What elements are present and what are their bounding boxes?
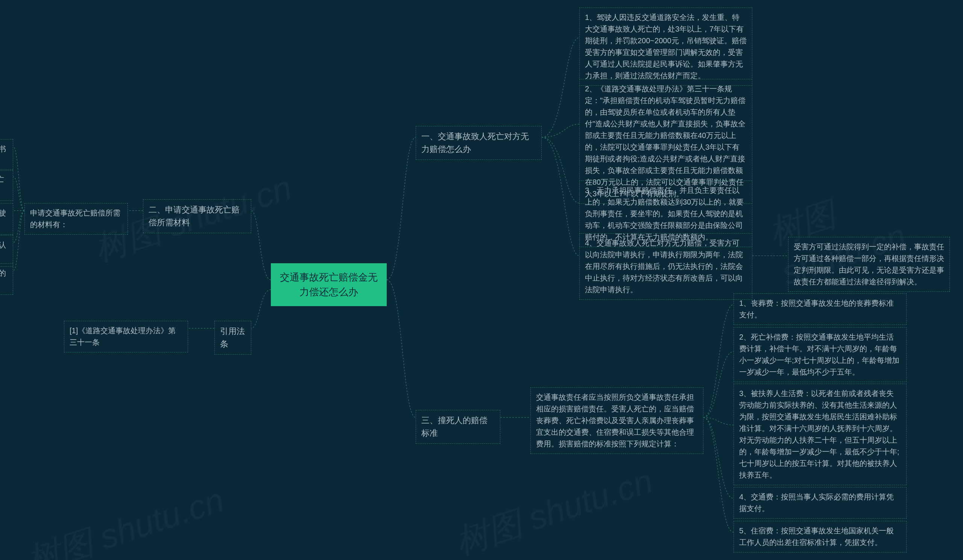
branch-4[interactable]: 引用法条 (214, 321, 251, 354)
mindmap-canvas: 树图 shutu.cn 树图 shutu.cn 树图 shutu.cn 树图 s… (0, 0, 963, 560)
b2-intro[interactable]: 申请交通事故死亡赔偿所需的材料有： (24, 203, 128, 235)
branch-1[interactable]: 一、交通事故致人死亡对方无力赔偿怎么办 (416, 126, 542, 160)
b1-extra[interactable]: 受害方可通过法院得到一定的补偿，事故责任方可通过各种赔偿一部分，再根据责任情形决… (788, 237, 950, 292)
b2-item-2[interactable]: 2、死亡证明； (0, 169, 13, 201)
b2-item-2-text: 2、死亡证明； (0, 175, 4, 195)
b3-intro-text: 交通事故责任者应当按照所负交通事故责任承担相应的损害赔偿责任。受害人死亡的，应当… (536, 393, 694, 448)
b1-item-4[interactable]: 4、交通事故致人死亡对方无力赔偿，受害方可以向法院申请执行，申请执行期限为两年，… (579, 233, 752, 300)
b3-item-1[interactable]: 1、丧葬费：按照交通事故发生地的丧葬费标准支付。 (734, 293, 906, 325)
b2-item-4[interactable]: 4、事故责任认定书； (0, 235, 13, 267)
b2-item-5[interactable]: 5、赔偿依据的材料。 (0, 263, 13, 295)
b1-item-4-text: 4、交通事故致人死亡对方无力赔偿，受害方可以向法院申请执行，申请执行期限为两年，… (585, 239, 743, 294)
b1-extra-text: 受害方可通过法院得到一定的补偿，事故责任方可通过各种赔偿一部分，再根据责任情形决… (794, 243, 944, 286)
b1-item-1-text: 1、驾驶人因违反交通道路安全法，发生重、特大交通事故致人死亡的，处3年以上，7年… (585, 13, 747, 80)
branch-2[interactable]: 二、申请交通事故死亡赔偿所需材料 (143, 199, 251, 233)
b2-item-1[interactable]: 1、机动车辆保险索赔申请书及赔款收据； (0, 139, 13, 171)
b3-item-4-text: 4、交通费：按照当事人实际必需的费用计算凭据支付。 (739, 493, 894, 513)
root-label: 交通事故死亡赔偿金无力偿还怎么办 (280, 272, 378, 298)
b2-item-3[interactable]: 3、保险单正本、行驶证、驾驶证复印件； (0, 203, 13, 235)
b3-item-3-text: 3、被扶养人生活费：以死者生前或者残者丧失劳动能力前实际扶养的、没有其他生活来源… (739, 389, 900, 479)
b2-item-1-text: 1、机动车辆保险索赔申请书及赔款收据； (0, 145, 6, 165)
branch-1-label: 一、交通事故致人死亡对方无力赔偿怎么办 (421, 132, 529, 154)
b2-item-3-text: 3、保险单正本、行驶证、驾驶证复印件； (0, 209, 6, 229)
b3-intro[interactable]: 交通事故责任者应当按照所负交通事故责任承担相应的损害赔偿责任。受害人死亡的，应当… (530, 387, 704, 454)
b3-item-2[interactable]: 2、死亡补偿费：按照交通事故发生地平均生活费计算，补偿十年。对不满十六周岁的，年… (734, 327, 906, 382)
root-node[interactable]: 交通事故死亡赔偿金无力偿还怎么办 (271, 263, 387, 306)
b3-item-5[interactable]: 5、住宿费：按照交通事故发生地国家机关一般工作人员的出差住宿标准计算，凭据支付。 (734, 521, 906, 552)
watermark: 树图 shutu.cn (20, 477, 229, 560)
branch-3[interactable]: 三、撞死人的赔偿标准 (416, 410, 500, 444)
b3-item-5-text: 5、住宿费：按照交通事故发生地国家机关一般工作人员的出差住宿标准计算，凭据支付。 (739, 526, 894, 547)
b2-intro-text: 申请交通事故死亡赔偿所需的材料有： (30, 209, 120, 229)
watermark: 树图 shutu.cn (449, 458, 658, 560)
b2-item-5-text: 5、赔偿依据的材料。 (0, 269, 6, 289)
b4-item-1[interactable]: [1]《道路交通事故处理办法》第三十一条 (64, 321, 188, 353)
b3-item-3[interactable]: 3、被扶养人生活费：以死者生前或者残者丧失劳动能力前实际扶养的、没有其他生活来源… (734, 384, 906, 485)
b2-item-4-text: 4、事故责任认定书； (0, 241, 6, 261)
branch-2-label: 二、申请交通事故死亡赔偿所需材料 (149, 205, 240, 227)
b3-item-4[interactable]: 4、交通费：按照当事人实际必需的费用计算凭据支付。 (734, 487, 906, 519)
b1-item-1[interactable]: 1、驾驶人因违反交通道路安全法，发生重、特大交通事故致人死亡的，处3年以上，7年… (579, 8, 752, 86)
b3-item-1-text: 1、丧葬费：按照交通事故发生地的丧葬费标准支付。 (739, 299, 894, 319)
branch-4-label: 引用法条 (220, 327, 245, 349)
b3-item-2-text: 2、死亡补偿费：按照交通事故发生地平均生活费计算，补偿十年。对不满十六周岁的，年… (739, 333, 900, 376)
b4-item-1-text: [1]《道路交通事故处理办法》第三十一条 (70, 327, 176, 346)
branch-3-label: 三、撞死人的赔偿标准 (421, 416, 488, 438)
